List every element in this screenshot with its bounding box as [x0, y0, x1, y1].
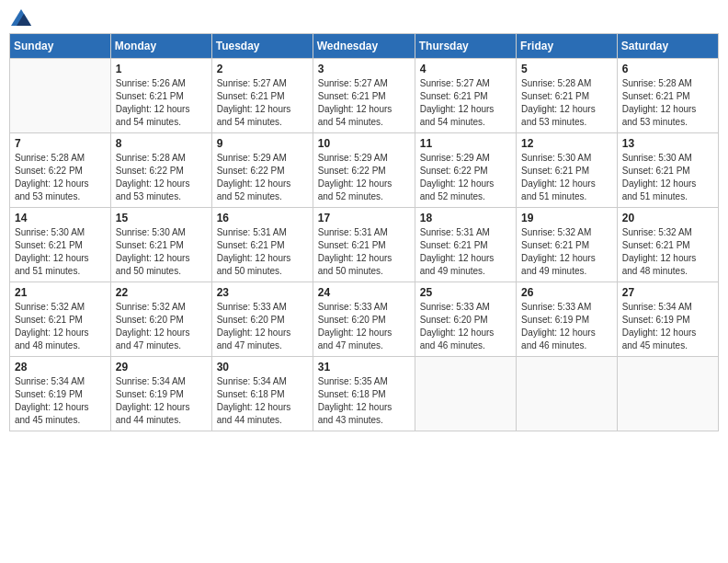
day-info: Sunrise: 5:30 AM Sunset: 6:21 PM Dayligh… [116, 226, 207, 278]
day-number: 25 [420, 286, 511, 299]
day-number: 28 [15, 361, 106, 373]
calendar-cell: 22Sunrise: 5:32 AM Sunset: 6:20 PM Dayli… [110, 282, 211, 357]
calendar-header-monday: Monday [110, 34, 211, 59]
day-info: Sunrise: 5:33 AM Sunset: 6:20 PM Dayligh… [318, 301, 410, 352]
calendar-cell: 5Sunrise: 5:28 AM Sunset: 6:21 PM Daylig… [517, 59, 618, 133]
day-number: 18 [420, 212, 511, 224]
day-number: 26 [521, 286, 612, 299]
calendar-cell: 11Sunrise: 5:29 AM Sunset: 6:22 PM Dayli… [415, 133, 516, 208]
day-number: 30 [217, 361, 308, 373]
calendar-week-3: 14Sunrise: 5:30 AM Sunset: 6:21 PM Dayli… [10, 208, 719, 282]
day-info: Sunrise: 5:34 AM Sunset: 6:19 PM Dayligh… [622, 301, 713, 352]
calendar-cell: 20Sunrise: 5:32 AM Sunset: 6:21 PM Dayli… [617, 208, 718, 282]
day-number: 27 [622, 286, 713, 299]
day-number: 12 [521, 137, 612, 150]
day-info: Sunrise: 5:32 AM Sunset: 6:20 PM Dayligh… [116, 301, 207, 352]
calendar-cell [415, 357, 516, 431]
day-number: 6 [622, 63, 713, 75]
day-number: 9 [217, 137, 308, 150]
day-info: Sunrise: 5:27 AM Sunset: 6:21 PM Dayligh… [217, 77, 308, 129]
calendar-cell: 26Sunrise: 5:33 AM Sunset: 6:19 PM Dayli… [517, 282, 618, 357]
day-info: Sunrise: 5:34 AM Sunset: 6:19 PM Dayligh… [15, 375, 106, 427]
calendar-cell: 10Sunrise: 5:29 AM Sunset: 6:22 PM Dayli… [313, 133, 415, 208]
day-number: 11 [420, 137, 511, 150]
calendar-cell: 17Sunrise: 5:31 AM Sunset: 6:21 PM Dayli… [313, 208, 415, 282]
day-info: Sunrise: 5:29 AM Sunset: 6:22 PM Dayligh… [420, 152, 511, 203]
calendar-cell: 18Sunrise: 5:31 AM Sunset: 6:21 PM Dayli… [415, 208, 516, 282]
day-info: Sunrise: 5:34 AM Sunset: 6:19 PM Dayligh… [116, 375, 207, 427]
calendar-cell: 12Sunrise: 5:30 AM Sunset: 6:21 PM Dayli… [517, 133, 618, 208]
calendar-header-row: SundayMondayTuesdayWednesdayThursdayFrid… [10, 34, 719, 59]
calendar-cell: 27Sunrise: 5:34 AM Sunset: 6:19 PM Dayli… [617, 282, 718, 357]
day-number: 8 [116, 137, 207, 150]
day-info: Sunrise: 5:30 AM Sunset: 6:21 PM Dayligh… [521, 152, 612, 203]
calendar-cell: 31Sunrise: 5:35 AM Sunset: 6:18 PM Dayli… [313, 357, 415, 431]
calendar-cell [10, 59, 111, 133]
calendar-week-2: 7Sunrise: 5:28 AM Sunset: 6:22 PM Daylig… [10, 133, 719, 208]
day-number: 13 [622, 137, 713, 150]
day-number: 29 [116, 361, 207, 373]
day-number: 5 [521, 63, 612, 75]
day-info: Sunrise: 5:27 AM Sunset: 6:21 PM Dayligh… [318, 77, 410, 129]
calendar-header-thursday: Thursday [415, 34, 516, 59]
day-number: 10 [318, 137, 410, 150]
header [9, 9, 719, 26]
day-info: Sunrise: 5:32 AM Sunset: 6:21 PM Dayligh… [622, 226, 713, 278]
calendar-cell: 15Sunrise: 5:30 AM Sunset: 6:21 PM Dayli… [110, 208, 211, 282]
day-info: Sunrise: 5:32 AM Sunset: 6:21 PM Dayligh… [15, 301, 106, 352]
day-number: 17 [318, 212, 410, 224]
day-info: Sunrise: 5:31 AM Sunset: 6:21 PM Dayligh… [318, 226, 410, 278]
calendar-cell: 8Sunrise: 5:28 AM Sunset: 6:22 PM Daylig… [110, 133, 211, 208]
calendar-header-tuesday: Tuesday [211, 34, 313, 59]
calendar-cell: 2Sunrise: 5:27 AM Sunset: 6:21 PM Daylig… [211, 59, 313, 133]
calendar-cell: 24Sunrise: 5:33 AM Sunset: 6:20 PM Dayli… [313, 282, 415, 357]
day-info: Sunrise: 5:29 AM Sunset: 6:22 PM Dayligh… [318, 152, 410, 203]
calendar-cell: 25Sunrise: 5:33 AM Sunset: 6:20 PM Dayli… [415, 282, 516, 357]
day-info: Sunrise: 5:28 AM Sunset: 6:22 PM Dayligh… [116, 152, 207, 203]
calendar-cell: 6Sunrise: 5:28 AM Sunset: 6:21 PM Daylig… [617, 59, 718, 133]
calendar-cell: 21Sunrise: 5:32 AM Sunset: 6:21 PM Dayli… [10, 282, 111, 357]
calendar-cell: 19Sunrise: 5:32 AM Sunset: 6:21 PM Dayli… [517, 208, 618, 282]
calendar-cell: 13Sunrise: 5:30 AM Sunset: 6:21 PM Dayli… [617, 133, 718, 208]
calendar-cell: 9Sunrise: 5:29 AM Sunset: 6:22 PM Daylig… [211, 133, 313, 208]
day-info: Sunrise: 5:33 AM Sunset: 6:20 PM Dayligh… [217, 301, 308, 352]
day-info: Sunrise: 5:26 AM Sunset: 6:21 PM Dayligh… [116, 77, 207, 129]
calendar-cell [617, 357, 718, 431]
calendar: SundayMondayTuesdayWednesdayThursdayFrid… [9, 33, 719, 431]
calendar-cell [517, 357, 618, 431]
calendar-cell: 3Sunrise: 5:27 AM Sunset: 6:21 PM Daylig… [313, 59, 415, 133]
day-number: 24 [318, 286, 410, 299]
day-number: 16 [217, 212, 308, 224]
calendar-header-wednesday: Wednesday [313, 34, 415, 59]
day-number: 23 [217, 286, 308, 299]
calendar-week-1: 1Sunrise: 5:26 AM Sunset: 6:21 PM Daylig… [10, 59, 719, 133]
day-info: Sunrise: 5:33 AM Sunset: 6:20 PM Dayligh… [420, 301, 511, 352]
logo [9, 9, 31, 26]
day-number: 15 [116, 212, 207, 224]
calendar-cell: 23Sunrise: 5:33 AM Sunset: 6:20 PM Dayli… [211, 282, 313, 357]
day-info: Sunrise: 5:28 AM Sunset: 6:21 PM Dayligh… [521, 77, 612, 129]
day-info: Sunrise: 5:28 AM Sunset: 6:21 PM Dayligh… [622, 77, 713, 129]
day-info: Sunrise: 5:30 AM Sunset: 6:21 PM Dayligh… [15, 226, 106, 278]
calendar-header-friday: Friday [517, 34, 618, 59]
calendar-week-4: 21Sunrise: 5:32 AM Sunset: 6:21 PM Dayli… [10, 282, 719, 357]
day-number: 22 [116, 286, 207, 299]
day-info: Sunrise: 5:27 AM Sunset: 6:21 PM Dayligh… [420, 77, 511, 129]
calendar-cell: 7Sunrise: 5:28 AM Sunset: 6:22 PM Daylig… [10, 133, 111, 208]
day-number: 20 [622, 212, 713, 224]
day-number: 2 [217, 63, 308, 75]
day-number: 21 [15, 286, 106, 299]
day-number: 14 [15, 212, 106, 224]
day-info: Sunrise: 5:29 AM Sunset: 6:22 PM Dayligh… [217, 152, 308, 203]
day-number: 7 [15, 137, 106, 150]
day-number: 4 [420, 63, 511, 75]
day-number: 3 [318, 63, 410, 75]
day-info: Sunrise: 5:31 AM Sunset: 6:21 PM Dayligh… [420, 226, 511, 278]
day-info: Sunrise: 5:33 AM Sunset: 6:19 PM Dayligh… [521, 301, 612, 352]
day-info: Sunrise: 5:28 AM Sunset: 6:22 PM Dayligh… [15, 152, 106, 203]
calendar-header-sunday: Sunday [10, 34, 111, 59]
calendar-cell: 16Sunrise: 5:31 AM Sunset: 6:21 PM Dayli… [211, 208, 313, 282]
day-info: Sunrise: 5:34 AM Sunset: 6:18 PM Dayligh… [217, 375, 308, 427]
day-number: 19 [521, 212, 612, 224]
day-info: Sunrise: 5:30 AM Sunset: 6:21 PM Dayligh… [622, 152, 713, 203]
